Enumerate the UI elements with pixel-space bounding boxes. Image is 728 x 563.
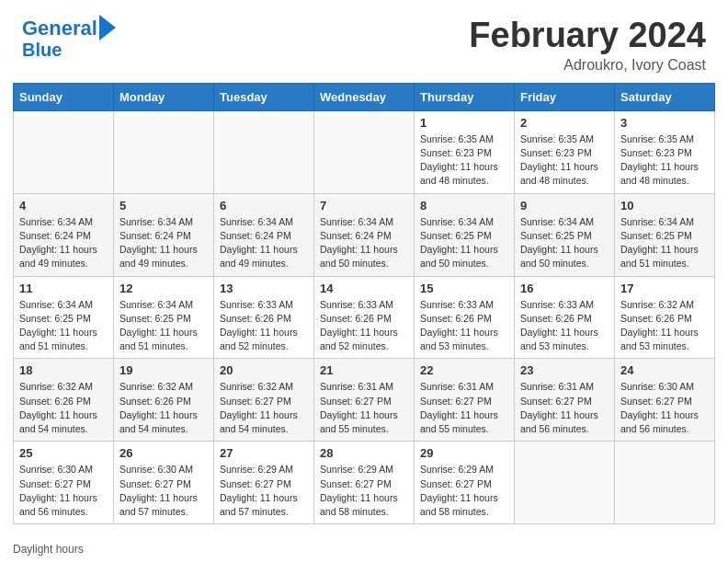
day-info: Sunrise: 6:32 AMSunset: 6:26 PMDaylight:… <box>620 298 709 354</box>
day-info: Sunrise: 6:32 AMSunset: 6:27 PMDaylight:… <box>220 380 308 436</box>
calendar-cell: 25Sunrise: 6:30 AMSunset: 6:27 PMDayligh… <box>14 442 114 524</box>
calendar-cell: 22Sunrise: 6:31 AMSunset: 6:27 PMDayligh… <box>415 359 515 442</box>
calendar-cell <box>214 110 314 193</box>
day-info: Sunrise: 6:35 AMSunset: 6:23 PMDaylight:… <box>620 132 709 189</box>
day-number: 29 <box>420 446 508 460</box>
day-number: 12 <box>119 282 208 295</box>
calendar-cell: 13Sunrise: 6:33 AMSunset: 6:26 PMDayligh… <box>214 276 314 359</box>
calendar-cell: 21Sunrise: 6:31 AMSunset: 6:27 PMDayligh… <box>314 359 415 442</box>
calendar-cell: 3Sunrise: 6:35 AMSunset: 6:23 PMDaylight… <box>615 110 715 193</box>
day-info: Sunrise: 6:30 AMSunset: 6:27 PMDaylight:… <box>19 463 108 519</box>
calendar-table: SundayMondayTuesdayWednesdayThursdayFrid… <box>13 83 715 524</box>
day-info: Sunrise: 6:34 AMSunset: 6:25 PMDaylight:… <box>520 215 609 271</box>
day-info: Sunrise: 6:33 AMSunset: 6:26 PMDaylight:… <box>420 298 508 354</box>
day-info: Sunrise: 6:29 AMSunset: 6:27 PMDaylight:… <box>320 463 408 519</box>
day-info: Sunrise: 6:34 AMSunset: 6:25 PMDaylight:… <box>420 215 508 271</box>
calendar-cell <box>114 110 214 193</box>
subtitle: Adroukro, Ivory Coast <box>469 57 706 74</box>
calendar-day-header: Friday <box>515 83 615 110</box>
calendar-cell: 16Sunrise: 6:33 AMSunset: 6:26 PMDayligh… <box>515 276 615 359</box>
main-title: February 2024 <box>469 17 706 55</box>
calendar-day-header: Tuesday <box>214 83 314 110</box>
day-number: 18 <box>19 363 108 377</box>
calendar-cell: 2Sunrise: 6:35 AMSunset: 6:23 PMDaylight… <box>515 110 615 193</box>
day-number: 6 <box>220 199 308 213</box>
calendar-day-header: Sunday <box>14 83 114 110</box>
day-number: 23 <box>520 363 609 377</box>
calendar-week-row: 18Sunrise: 6:32 AMSunset: 6:26 PMDayligh… <box>14 359 715 442</box>
day-number: 22 <box>420 363 508 377</box>
day-info: Sunrise: 6:33 AMSunset: 6:26 PMDaylight:… <box>220 298 308 354</box>
calendar-week-row: 25Sunrise: 6:30 AMSunset: 6:27 PMDayligh… <box>14 442 715 524</box>
day-number: 4 <box>19 199 108 213</box>
day-info: Sunrise: 6:31 AMSunset: 6:27 PMDaylight:… <box>320 380 408 436</box>
page-header: General Blue February 2024 Adroukro, Ivo… <box>0 0 728 83</box>
calendar-cell: 14Sunrise: 6:33 AMSunset: 6:26 PMDayligh… <box>314 276 415 359</box>
day-info: Sunrise: 6:30 AMSunset: 6:27 PMDaylight:… <box>620 380 709 436</box>
day-number: 25 <box>19 446 108 460</box>
day-info: Sunrise: 6:29 AMSunset: 6:27 PMDaylight:… <box>420 463 508 519</box>
calendar-day-header: Monday <box>114 83 214 110</box>
day-info: Sunrise: 6:32 AMSunset: 6:26 PMDaylight:… <box>119 380 208 436</box>
day-info: Sunrise: 6:29 AMSunset: 6:27 PMDaylight:… <box>220 463 308 519</box>
calendar-cell: 23Sunrise: 6:31 AMSunset: 6:27 PMDayligh… <box>515 359 615 442</box>
calendar-cell: 28Sunrise: 6:29 AMSunset: 6:27 PMDayligh… <box>314 442 415 524</box>
day-number: 28 <box>320 446 408 460</box>
footer-note: Daylight hours <box>0 537 728 563</box>
calendar-cell: 7Sunrise: 6:34 AMSunset: 6:24 PMDaylight… <box>314 193 415 276</box>
calendar-cell: 11Sunrise: 6:34 AMSunset: 6:25 PMDayligh… <box>14 276 114 359</box>
calendar-cell: 29Sunrise: 6:29 AMSunset: 6:27 PMDayligh… <box>415 442 515 524</box>
day-info: Sunrise: 6:32 AMSunset: 6:26 PMDaylight:… <box>19 380 108 436</box>
logo: General Blue <box>22 17 116 59</box>
day-number: 5 <box>119 199 208 213</box>
calendar-day-header: Thursday <box>415 83 515 110</box>
day-info: Sunrise: 6:33 AMSunset: 6:26 PMDaylight:… <box>320 298 408 354</box>
day-info: Sunrise: 6:34 AMSunset: 6:25 PMDaylight:… <box>19 298 108 354</box>
calendar-cell: 24Sunrise: 6:30 AMSunset: 6:27 PMDayligh… <box>615 359 715 442</box>
day-info: Sunrise: 6:34 AMSunset: 6:25 PMDaylight:… <box>119 298 208 354</box>
calendar-cell: 10Sunrise: 6:34 AMSunset: 6:25 PMDayligh… <box>615 193 715 276</box>
day-number: 10 <box>620 199 709 213</box>
calendar-cell: 18Sunrise: 6:32 AMSunset: 6:26 PMDayligh… <box>14 359 114 442</box>
calendar-week-row: 11Sunrise: 6:34 AMSunset: 6:25 PMDayligh… <box>14 276 715 359</box>
calendar-cell: 27Sunrise: 6:29 AMSunset: 6:27 PMDayligh… <box>214 442 314 524</box>
day-info: Sunrise: 6:34 AMSunset: 6:24 PMDaylight:… <box>119 215 208 271</box>
day-info: Sunrise: 6:34 AMSunset: 6:24 PMDaylight:… <box>220 215 308 271</box>
day-number: 19 <box>119 363 208 377</box>
logo-text2: Blue <box>22 40 62 59</box>
calendar-day-header: Saturday <box>615 83 715 110</box>
day-number: 13 <box>220 282 308 295</box>
day-number: 21 <box>320 363 408 377</box>
calendar-cell: 20Sunrise: 6:32 AMSunset: 6:27 PMDayligh… <box>214 359 314 442</box>
day-number: 3 <box>620 116 709 130</box>
calendar-cell: 12Sunrise: 6:34 AMSunset: 6:25 PMDayligh… <box>114 276 214 359</box>
day-info: Sunrise: 6:34 AMSunset: 6:24 PMDaylight:… <box>19 215 108 271</box>
calendar-cell: 26Sunrise: 6:30 AMSunset: 6:27 PMDayligh… <box>114 442 214 524</box>
day-number: 16 <box>520 282 609 295</box>
day-info: Sunrise: 6:33 AMSunset: 6:26 PMDaylight:… <box>520 298 609 354</box>
day-number: 27 <box>220 446 308 460</box>
day-number: 20 <box>220 363 308 377</box>
logo-arrow-icon <box>99 15 116 40</box>
day-number: 26 <box>119 446 208 460</box>
calendar-cell: 5Sunrise: 6:34 AMSunset: 6:24 PMDaylight… <box>114 193 214 276</box>
calendar-cell: 17Sunrise: 6:32 AMSunset: 6:26 PMDayligh… <box>615 276 715 359</box>
day-info: Sunrise: 6:34 AMSunset: 6:25 PMDaylight:… <box>620 215 709 271</box>
day-number: 17 <box>620 282 709 295</box>
calendar-header-row: SundayMondayTuesdayWednesdayThursdayFrid… <box>14 83 715 110</box>
day-number: 7 <box>320 199 408 213</box>
day-info: Sunrise: 6:30 AMSunset: 6:27 PMDaylight:… <box>119 463 208 519</box>
day-number: 11 <box>19 282 108 295</box>
title-block: February 2024 Adroukro, Ivory Coast <box>469 17 706 74</box>
calendar-cell: 4Sunrise: 6:34 AMSunset: 6:24 PMDaylight… <box>14 193 114 276</box>
calendar-cell <box>14 110 114 193</box>
day-number: 1 <box>420 116 508 130</box>
logo-text: General <box>22 18 97 39</box>
day-number: 8 <box>420 199 508 213</box>
day-number: 15 <box>420 282 508 295</box>
calendar-cell: 9Sunrise: 6:34 AMSunset: 6:25 PMDaylight… <box>515 193 615 276</box>
calendar-cell: 8Sunrise: 6:34 AMSunset: 6:25 PMDaylight… <box>415 193 515 276</box>
calendar-cell <box>314 110 415 193</box>
day-number: 9 <box>520 199 609 213</box>
calendar-week-row: 4Sunrise: 6:34 AMSunset: 6:24 PMDaylight… <box>14 193 715 276</box>
